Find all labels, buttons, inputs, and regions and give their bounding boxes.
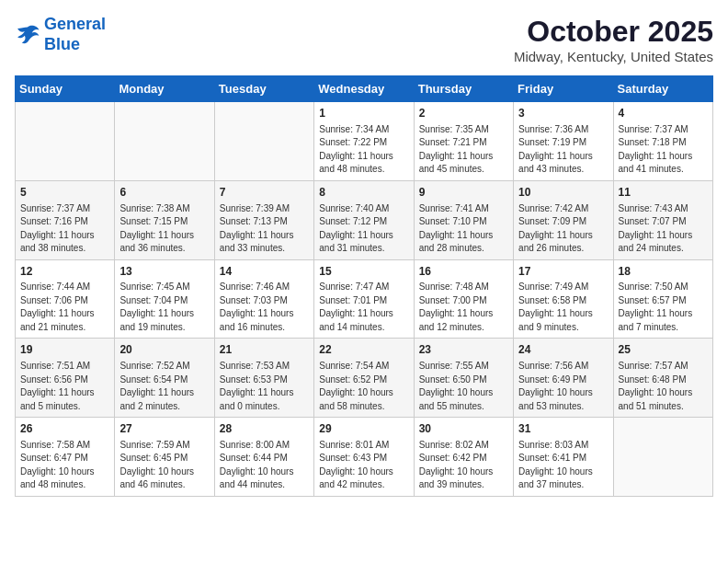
weekday-header-sunday: Sunday bbox=[16, 76, 115, 102]
day-number: 1 bbox=[319, 106, 408, 121]
weekday-header-thursday: Thursday bbox=[414, 76, 513, 102]
logo-bird-icon bbox=[15, 24, 40, 46]
calendar-cell: 7Sunrise: 7:39 AM Sunset: 7:13 PM Daylig… bbox=[214, 180, 313, 259]
week-row-5: 26Sunrise: 7:58 AM Sunset: 6:47 PM Dayli… bbox=[16, 418, 713, 497]
day-number: 5 bbox=[20, 185, 109, 201]
calendar-table: SundayMondayTuesdayWednesdayThursdayFrid… bbox=[15, 75, 713, 497]
calendar-cell: 15Sunrise: 7:47 AM Sunset: 7:01 PM Dayli… bbox=[314, 259, 414, 339]
day-info: Sunrise: 7:48 AM Sunset: 7:00 PM Dayligh… bbox=[419, 281, 508, 334]
day-info: Sunrise: 7:44 AM Sunset: 7:06 PM Dayligh… bbox=[20, 281, 109, 334]
calendar-cell: 23Sunrise: 7:55 AM Sunset: 6:50 PM Dayli… bbox=[414, 339, 513, 418]
day-info: Sunrise: 7:49 AM Sunset: 6:58 PM Dayligh… bbox=[518, 281, 608, 334]
calendar-cell: 2Sunrise: 7:35 AM Sunset: 7:21 PM Daylig… bbox=[414, 102, 513, 181]
calendar-cell: 8Sunrise: 7:40 AM Sunset: 7:12 PM Daylig… bbox=[314, 180, 414, 259]
logo-line2: Blue bbox=[44, 35, 80, 53]
calendar-cell: 30Sunrise: 8:02 AM Sunset: 6:42 PM Dayli… bbox=[414, 418, 513, 497]
calendar-cell bbox=[214, 102, 313, 181]
day-number: 26 bbox=[20, 421, 109, 437]
day-info: Sunrise: 7:39 AM Sunset: 7:13 PM Dayligh… bbox=[220, 202, 309, 256]
day-number: 12 bbox=[20, 264, 109, 280]
calendar-cell: 29Sunrise: 8:01 AM Sunset: 6:43 PM Dayli… bbox=[314, 418, 414, 497]
calendar-cell bbox=[115, 102, 214, 181]
logo: General Blue bbox=[15, 15, 106, 54]
calendar-cell: 1Sunrise: 7:34 AM Sunset: 7:22 PM Daylig… bbox=[314, 102, 414, 181]
calendar-cell: 17Sunrise: 7:49 AM Sunset: 6:58 PM Dayli… bbox=[514, 259, 613, 339]
weekday-header-wednesday: Wednesday bbox=[314, 76, 414, 102]
day-number: 23 bbox=[419, 342, 508, 358]
day-number: 2 bbox=[419, 106, 508, 121]
logo-line1: General bbox=[44, 15, 106, 33]
week-row-4: 19Sunrise: 7:51 AM Sunset: 6:56 PM Dayli… bbox=[16, 339, 713, 418]
week-row-1: 1Sunrise: 7:34 AM Sunset: 7:22 PM Daylig… bbox=[16, 102, 713, 181]
day-info: Sunrise: 7:46 AM Sunset: 7:03 PM Dayligh… bbox=[220, 281, 309, 334]
calendar-cell: 5Sunrise: 7:37 AM Sunset: 7:16 PM Daylig… bbox=[16, 180, 115, 259]
calendar-cell: 27Sunrise: 7:59 AM Sunset: 6:45 PM Dayli… bbox=[115, 418, 214, 497]
day-info: Sunrise: 7:56 AM Sunset: 6:49 PM Dayligh… bbox=[518, 360, 608, 413]
day-info: Sunrise: 7:37 AM Sunset: 7:16 PM Dayligh… bbox=[20, 202, 109, 256]
day-number: 6 bbox=[119, 185, 209, 201]
calendar-cell: 11Sunrise: 7:43 AM Sunset: 7:07 PM Dayli… bbox=[613, 180, 712, 259]
day-info: Sunrise: 8:01 AM Sunset: 6:43 PM Dayligh… bbox=[319, 439, 408, 492]
day-info: Sunrise: 7:57 AM Sunset: 6:48 PM Dayligh… bbox=[619, 360, 708, 413]
day-number: 14 bbox=[220, 264, 309, 280]
calendar-cell: 18Sunrise: 7:50 AM Sunset: 6:57 PM Dayli… bbox=[613, 259, 712, 339]
day-info: Sunrise: 7:54 AM Sunset: 6:52 PM Dayligh… bbox=[319, 360, 408, 413]
day-number: 18 bbox=[619, 264, 708, 280]
day-info: Sunrise: 7:37 AM Sunset: 7:18 PM Dayligh… bbox=[619, 123, 708, 177]
day-info: Sunrise: 7:45 AM Sunset: 7:04 PM Dayligh… bbox=[119, 281, 209, 334]
day-number: 21 bbox=[220, 342, 309, 358]
day-number: 25 bbox=[619, 342, 708, 358]
calendar-cell: 19Sunrise: 7:51 AM Sunset: 6:56 PM Dayli… bbox=[16, 339, 115, 418]
day-info: Sunrise: 7:34 AM Sunset: 7:22 PM Dayligh… bbox=[319, 123, 408, 177]
day-number: 7 bbox=[220, 185, 309, 201]
calendar-cell: 12Sunrise: 7:44 AM Sunset: 7:06 PM Dayli… bbox=[16, 259, 115, 339]
day-number: 31 bbox=[518, 421, 608, 437]
day-number: 22 bbox=[319, 342, 408, 358]
calendar-cell: 25Sunrise: 7:57 AM Sunset: 6:48 PM Dayli… bbox=[613, 339, 712, 418]
calendar-cell: 10Sunrise: 7:42 AM Sunset: 7:09 PM Dayli… bbox=[514, 180, 613, 259]
weekday-header-tuesday: Tuesday bbox=[214, 76, 313, 102]
title-block: October 2025 Midway, Kentucky, United St… bbox=[514, 15, 713, 64]
logo-text: General Blue bbox=[44, 15, 106, 54]
day-number: 17 bbox=[518, 264, 608, 280]
day-info: Sunrise: 7:47 AM Sunset: 7:01 PM Dayligh… bbox=[319, 281, 408, 334]
day-info: Sunrise: 7:40 AM Sunset: 7:12 PM Dayligh… bbox=[319, 202, 408, 256]
day-info: Sunrise: 7:42 AM Sunset: 7:09 PM Dayligh… bbox=[518, 202, 608, 256]
day-number: 8 bbox=[319, 185, 408, 201]
day-info: Sunrise: 7:52 AM Sunset: 6:54 PM Dayligh… bbox=[119, 360, 209, 413]
day-info: Sunrise: 7:41 AM Sunset: 7:10 PM Dayligh… bbox=[419, 202, 508, 256]
calendar-cell: 3Sunrise: 7:36 AM Sunset: 7:19 PM Daylig… bbox=[514, 102, 613, 181]
day-info: Sunrise: 7:51 AM Sunset: 6:56 PM Dayligh… bbox=[20, 360, 109, 413]
calendar-cell: 21Sunrise: 7:53 AM Sunset: 6:53 PM Dayli… bbox=[214, 339, 313, 418]
page-header: General Blue October 2025 Midway, Kentuc… bbox=[15, 15, 713, 64]
day-number: 27 bbox=[119, 421, 209, 437]
day-number: 13 bbox=[119, 264, 209, 280]
calendar-cell: 24Sunrise: 7:56 AM Sunset: 6:49 PM Dayli… bbox=[514, 339, 613, 418]
day-number: 10 bbox=[518, 185, 608, 201]
weekday-header-monday: Monday bbox=[115, 76, 214, 102]
day-info: Sunrise: 7:36 AM Sunset: 7:19 PM Dayligh… bbox=[518, 123, 608, 177]
day-info: Sunrise: 8:00 AM Sunset: 6:44 PM Dayligh… bbox=[220, 439, 309, 492]
day-info: Sunrise: 7:35 AM Sunset: 7:21 PM Dayligh… bbox=[419, 123, 508, 177]
day-info: Sunrise: 7:58 AM Sunset: 6:47 PM Dayligh… bbox=[20, 439, 109, 492]
week-row-3: 12Sunrise: 7:44 AM Sunset: 7:06 PM Dayli… bbox=[16, 259, 713, 339]
weekday-header-row: SundayMondayTuesdayWednesdayThursdayFrid… bbox=[16, 76, 713, 102]
day-number: 16 bbox=[419, 264, 508, 280]
calendar-cell: 31Sunrise: 8:03 AM Sunset: 6:41 PM Dayli… bbox=[514, 418, 613, 497]
day-number: 4 bbox=[619, 106, 708, 121]
calendar-cell: 16Sunrise: 7:48 AM Sunset: 7:00 PM Dayli… bbox=[414, 259, 513, 339]
day-info: Sunrise: 7:43 AM Sunset: 7:07 PM Dayligh… bbox=[619, 202, 708, 256]
calendar-cell: 14Sunrise: 7:46 AM Sunset: 7:03 PM Dayli… bbox=[214, 259, 313, 339]
day-number: 24 bbox=[518, 342, 608, 358]
day-number: 19 bbox=[20, 342, 109, 358]
calendar-cell: 4Sunrise: 7:37 AM Sunset: 7:18 PM Daylig… bbox=[613, 102, 712, 181]
day-info: Sunrise: 7:55 AM Sunset: 6:50 PM Dayligh… bbox=[419, 360, 508, 413]
calendar-cell: 13Sunrise: 7:45 AM Sunset: 7:04 PM Dayli… bbox=[115, 259, 214, 339]
calendar-cell: 9Sunrise: 7:41 AM Sunset: 7:10 PM Daylig… bbox=[414, 180, 513, 259]
calendar-cell: 22Sunrise: 7:54 AM Sunset: 6:52 PM Dayli… bbox=[314, 339, 414, 418]
day-number: 29 bbox=[319, 421, 408, 437]
day-number: 3 bbox=[518, 106, 608, 121]
day-info: Sunrise: 7:38 AM Sunset: 7:15 PM Dayligh… bbox=[119, 202, 209, 256]
day-info: Sunrise: 7:59 AM Sunset: 6:45 PM Dayligh… bbox=[119, 439, 209, 492]
month-title: October 2025 bbox=[514, 15, 713, 49]
